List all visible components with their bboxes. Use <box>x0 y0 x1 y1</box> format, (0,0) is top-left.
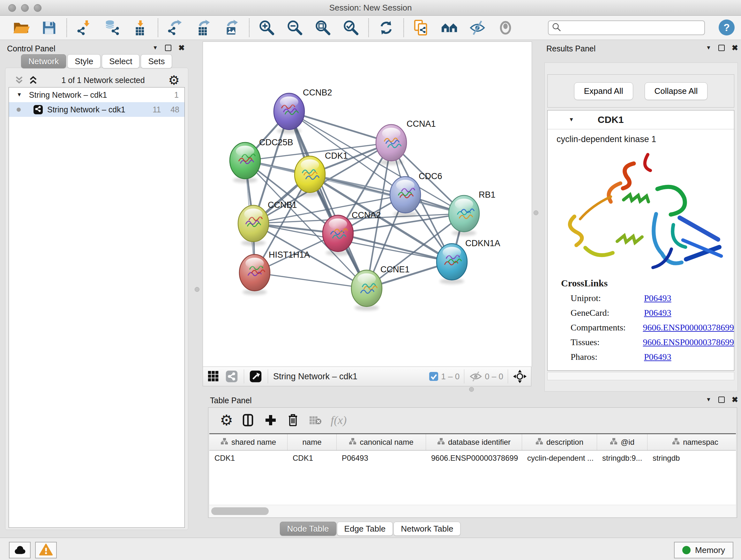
network-options-gear-icon[interactable]: ⚙ <box>168 74 180 86</box>
crosslink-link[interactable]: P06493 <box>644 293 671 303</box>
table-row[interactable]: CDK1CDK1P064939606.ENSP00000378699cyclin… <box>209 450 736 466</box>
network-node-CCNB2[interactable]: CCNB2 <box>274 88 332 134</box>
column-header-@id[interactable]: @id <box>597 434 648 450</box>
crosslink-link[interactable]: 9606.ENSP00000378699 <box>643 322 734 333</box>
crosslink-link[interactable]: P06493 <box>644 352 671 362</box>
network-node-HIST1H1A[interactable]: HIST1H1A <box>239 250 310 295</box>
column-header-canonical-name[interactable]: canonical name <box>337 434 426 450</box>
control-panel-collapse-icon[interactable]: ▼ <box>152 45 158 51</box>
birds-eye-view-icon[interactable] <box>249 370 262 383</box>
control-panel-tabs: NetworkStyleSelectSets <box>21 54 173 68</box>
column-header-description[interactable]: description <box>522 434 597 450</box>
column-header-database-identifier[interactable]: database identifier <box>426 434 522 450</box>
network-node-RB1[interactable]: RB1 <box>449 190 495 236</box>
import-network-file-button[interactable] <box>75 19 93 37</box>
results-horizontal-scrollbar[interactable] <box>547 372 734 380</box>
import-table-file-button[interactable] <box>131 19 149 37</box>
network-type-icon <box>33 105 43 114</box>
tab-network-table[interactable]: Network Table <box>394 522 461 536</box>
results-panel-collapse-icon[interactable]: ▼ <box>706 45 711 51</box>
right-splitter-handle[interactable] <box>534 210 538 215</box>
tab-node-table[interactable]: Node Table <box>280 522 336 536</box>
fit-selected-crosshair-icon[interactable] <box>513 370 527 383</box>
function-builder-icon[interactable]: f(x) <box>331 414 347 427</box>
table-settings-gear-icon[interactable]: ⚙ <box>220 414 233 427</box>
cloud-service-button[interactable] <box>9 542 30 558</box>
crosslink-link[interactable]: P06493 <box>644 308 671 318</box>
tab-sets[interactable]: Sets <box>141 54 172 68</box>
network-edge[interactable] <box>289 111 367 288</box>
network-node-CCNA1[interactable]: CCNA1 <box>376 119 436 165</box>
zoom-fit-button[interactable] <box>314 19 332 37</box>
column-header-namespac[interactable]: namespac <box>648 434 736 450</box>
expand-all-icon[interactable] <box>28 75 38 85</box>
search-input[interactable] <box>561 23 704 33</box>
collapse-all-icon[interactable] <box>14 75 24 85</box>
table-scrollbar-thumb[interactable] <box>211 507 269 515</box>
new-network-from-selection-button[interactable] <box>412 19 430 37</box>
network-node-CCNE1[interactable]: CCNE1 <box>351 265 410 311</box>
open-session-button[interactable] <box>12 19 30 37</box>
hidden-eye-icon[interactable] <box>469 371 482 382</box>
tab-select[interactable]: Select <box>102 54 139 68</box>
column-header-name[interactable]: name <box>287 434 337 450</box>
network-canvas[interactable]: CCNB2CCNA1CDC25BCDK1CDC6RB1CCNB1CCNA2HIS… <box>203 42 532 367</box>
zoom-out-button[interactable] <box>286 19 304 37</box>
show-all-button[interactable] <box>496 19 515 37</box>
zoom-selected-button[interactable] <box>342 19 360 37</box>
column-header-shared-name[interactable]: shared name <box>209 434 287 450</box>
node-result-header[interactable]: ▼ CDK1 <box>548 111 734 129</box>
node-label-RB1: RB1 <box>479 190 495 199</box>
add-column-icon[interactable] <box>264 413 278 427</box>
refresh-layout-button[interactable] <box>377 19 395 37</box>
network-row[interactable]: String Network – cdk1 11 48 <box>9 102 185 117</box>
node-result-name: CDK1 <box>598 114 624 125</box>
export-table-button[interactable] <box>195 19 212 37</box>
save-session-button[interactable] <box>40 19 58 37</box>
network-view-icon[interactable] <box>225 370 238 383</box>
warnings-button[interactable] <box>35 542 57 558</box>
control-panel-close-icon[interactable]: ✖ <box>179 45 185 51</box>
network-edge[interactable] <box>289 111 391 143</box>
toolbar-separator <box>368 18 369 37</box>
tab-style[interactable]: Style <box>67 54 100 68</box>
export-image-button[interactable] <box>223 19 241 37</box>
import-network-database-button[interactable] <box>104 19 121 37</box>
collapse-all-button[interactable]: Collapse All <box>645 82 708 100</box>
expand-all-button[interactable]: Expand All <box>574 82 633 100</box>
bottom-splitter-handle[interactable] <box>469 387 474 392</box>
hide-selected-button[interactable] <box>468 19 486 37</box>
help-button[interactable]: ? <box>719 19 735 36</box>
show-columns-icon[interactable] <box>241 413 255 427</box>
collection-expand-icon[interactable]: ▼ <box>17 91 22 98</box>
table-panel-close-icon[interactable]: ✖ <box>732 397 738 402</box>
tab-network[interactable]: Network <box>21 54 66 68</box>
network-node-CCNB1[interactable]: CCNB1 <box>238 200 297 246</box>
control-panel-float-icon[interactable] <box>165 45 172 51</box>
delete-column-icon[interactable] <box>286 413 300 427</box>
table-panel-float-icon[interactable] <box>718 396 725 403</box>
crosslink-link[interactable]: 9606.ENSP00000378699 <box>643 337 734 348</box>
network-node-CDKN1A[interactable]: CDKN1A <box>436 239 500 284</box>
network-collection-row[interactable]: ▼ String Network – cdk1 1 <box>9 87 185 102</box>
table-panel-collapse-icon[interactable]: ▼ <box>706 396 711 403</box>
network-edge[interactable] <box>255 273 367 288</box>
left-splitter-handle[interactable] <box>195 287 199 292</box>
node-result-collapse-icon[interactable]: ▼ <box>569 117 574 123</box>
first-neighbors-button[interactable] <box>441 19 458 37</box>
network-node-CCNA2[interactable]: CCNA2 <box>323 210 381 256</box>
tab-edge-table[interactable]: Edge Table <box>337 522 393 536</box>
memory-button[interactable]: Memory <box>674 542 733 558</box>
memory-status-dot-icon <box>682 546 690 554</box>
selected-checkbox-icon[interactable] <box>429 372 439 381</box>
delete-table-icon[interactable] <box>308 413 322 427</box>
node-label-CDK1: CDK1 <box>325 151 348 161</box>
export-network-button[interactable] <box>166 19 185 37</box>
results-panel-close-icon[interactable]: ✖ <box>732 45 738 51</box>
table-horizontal-scrollbar[interactable] <box>209 505 736 517</box>
toolbar-separator <box>249 18 250 37</box>
grid-view-icon[interactable] <box>207 370 219 382</box>
network-node-CDC25B[interactable]: CDC25B <box>230 138 293 183</box>
results-panel-float-icon[interactable] <box>718 45 725 51</box>
zoom-in-button[interactable] <box>258 19 276 37</box>
